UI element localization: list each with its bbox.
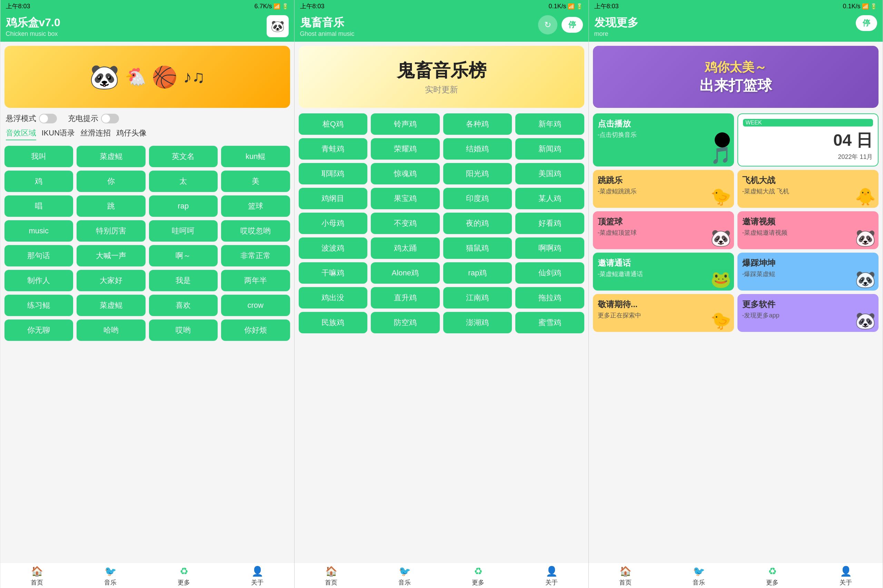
toggle-float-switch[interactable] — [39, 114, 57, 123]
music-button-6[interactable]: 结婚鸡 — [443, 138, 512, 160]
music-button-11[interactable]: 美国鸡 — [515, 163, 584, 184]
nav-item-0[interactable]: 🏠 首页 — [0, 566, 74, 586]
sound-button-31[interactable]: 你好烦 — [221, 320, 290, 341]
music-button-8[interactable]: 耶耶鸡 — [299, 163, 368, 184]
refresh-button[interactable]: ↻ — [538, 15, 557, 34]
sound-button-16[interactable]: 那句话 — [5, 245, 74, 266]
sound-button-17[interactable]: 大喊一声 — [77, 245, 146, 266]
discover-card-2[interactable]: 跳跳乐 -菜虚鲲跳跳乐 🐤 — [593, 170, 734, 208]
music-button-27[interactable]: 仙剑鸡 — [515, 262, 584, 284]
music-button-9[interactable]: 惊魂鸡 — [371, 163, 440, 184]
toggle-float-mode[interactable]: 悬浮模式 — [6, 113, 57, 124]
sound-button-19[interactable]: 非常正常 — [221, 245, 290, 266]
music-button-5[interactable]: 荣耀鸡 — [371, 138, 440, 160]
nav-item-2[interactable]: ♻ 更多 — [736, 566, 809, 586]
sound-button-30[interactable]: 哎哟 — [149, 320, 218, 341]
sound-button-15[interactable]: 哎哎忽哟 — [221, 220, 290, 242]
sound-button-27[interactable]: crow — [221, 295, 290, 316]
nav-item-1[interactable]: 🐦 音乐 — [74, 566, 147, 586]
sound-button-14[interactable]: 哇呵呵 — [149, 220, 218, 242]
nav-item-3[interactable]: 👤 关于 — [515, 566, 588, 586]
sound-button-18[interactable]: 啊～ — [149, 245, 218, 266]
discover-card-6[interactable]: 邀请通话 -菜虚鲲邀请通话 🐸 — [593, 253, 734, 291]
music-button-0[interactable]: 桩Q鸡 — [299, 113, 368, 135]
discover-card-0[interactable]: 点击播放 -点击切换音乐 ♪ 🎵 — [593, 113, 734, 166]
music-button-23[interactable]: 啊啊鸡 — [515, 237, 584, 259]
nav-item-3[interactable]: 👤 关于 — [809, 566, 883, 586]
tab-sound-effects[interactable]: 音效区域 — [6, 128, 36, 140]
discover-card-5[interactable]: 邀请视频 -菜虚鲲邀请视频 🐼 — [737, 211, 878, 249]
tab-chicken-avatar[interactable]: 鸡仔头像 — [116, 128, 147, 140]
music-button-4[interactable]: 青蛙鸡 — [299, 138, 368, 160]
music-button-29[interactable]: 直升鸡 — [371, 287, 440, 309]
music-button-28[interactable]: 鸡出没 — [299, 287, 368, 309]
sound-button-10[interactable]: rap — [149, 195, 218, 217]
sound-button-12[interactable]: music — [5, 220, 74, 242]
music-button-22[interactable]: 猫鼠鸡 — [443, 237, 512, 259]
nav-item-0[interactable]: 🏠 首页 — [295, 566, 368, 586]
stop-button-3[interactable]: 停 — [856, 15, 877, 31]
music-button-35[interactable]: 蜜雪鸡 — [515, 312, 584, 333]
music-button-24[interactable]: 干嘛鸡 — [299, 262, 368, 284]
discover-card-3[interactable]: 飞机大战 -菜虚鲲大战 飞机 🐥 — [737, 170, 878, 208]
sound-button-29[interactable]: 哈哟 — [77, 320, 146, 341]
nav-item-1[interactable]: 🐦 音乐 — [368, 566, 441, 586]
music-button-3[interactable]: 新年鸡 — [515, 113, 584, 135]
sound-button-4[interactable]: 鸡 — [5, 171, 74, 192]
music-button-20[interactable]: 波波鸡 — [299, 237, 368, 259]
sound-button-20[interactable]: 制作人 — [5, 270, 74, 291]
discover-card-8[interactable]: 敬请期待... 更多正在探索中 🐤 — [593, 294, 734, 332]
sound-button-23[interactable]: 两年半 — [221, 270, 290, 291]
sound-button-26[interactable]: 喜欢 — [149, 295, 218, 316]
sound-button-8[interactable]: 唱 — [5, 195, 74, 217]
sound-button-22[interactable]: 我是 — [149, 270, 218, 291]
nav-item-1[interactable]: 🐦 音乐 — [662, 566, 736, 586]
music-button-14[interactable]: 印度鸡 — [443, 188, 512, 209]
sound-button-5[interactable]: 你 — [77, 171, 146, 192]
sound-button-13[interactable]: 特别厉害 — [77, 220, 146, 242]
sound-button-3[interactable]: kun鲲 — [221, 146, 290, 167]
toggle-charge-switch[interactable] — [101, 114, 119, 123]
sound-button-6[interactable]: 太 — [149, 171, 218, 192]
music-button-25[interactable]: Alone鸡 — [371, 262, 440, 284]
sound-button-0[interactable]: 我叫 — [5, 146, 74, 167]
sound-button-9[interactable]: 跳 — [77, 195, 146, 217]
music-button-26[interactable]: rap鸡 — [443, 262, 512, 284]
sound-button-28[interactable]: 你无聊 — [5, 320, 74, 341]
sound-button-7[interactable]: 美 — [221, 171, 290, 192]
music-button-16[interactable]: 小母鸡 — [299, 213, 368, 234]
nav-item-2[interactable]: ♻ 更多 — [441, 566, 515, 586]
sound-button-24[interactable]: 练习鲲 — [5, 295, 74, 316]
music-button-21[interactable]: 鸡太踊 — [371, 237, 440, 259]
sound-button-11[interactable]: 篮球 — [221, 195, 290, 217]
tab-ikun-quotes[interactable]: IKUN语录 — [42, 128, 75, 140]
music-button-33[interactable]: 防空鸡 — [371, 312, 440, 333]
discover-card-4[interactable]: 顶篮球 -菜虚鲲顶篮球 🐼 — [593, 211, 734, 249]
music-button-2[interactable]: 各种鸡 — [443, 113, 512, 135]
discover-card-7[interactable]: 爆踩坤坤 -爆踩菜虚鲲 🐼 — [737, 253, 878, 291]
sound-button-21[interactable]: 大家好 — [77, 270, 146, 291]
music-button-31[interactable]: 拖拉鸡 — [515, 287, 584, 309]
music-button-13[interactable]: 果宝鸡 — [371, 188, 440, 209]
sound-button-25[interactable]: 菜虚鲲 — [77, 295, 146, 316]
music-button-10[interactable]: 阳光鸡 — [443, 163, 512, 184]
tab-smooth-combo[interactable]: 丝滑连招 — [80, 128, 111, 140]
sound-button-2[interactable]: 英文名 — [149, 146, 218, 167]
toggle-charge-reminder[interactable]: 充电提示 — [68, 113, 119, 124]
music-button-7[interactable]: 新闻鸡 — [515, 138, 584, 160]
music-button-17[interactable]: 不变鸡 — [371, 213, 440, 234]
music-button-34[interactable]: 澎湖鸡 — [443, 312, 512, 333]
music-button-19[interactable]: 好看鸡 — [515, 213, 584, 234]
discover-card-1[interactable]: WEEK 04 日 2022年 11月 — [737, 113, 878, 166]
music-button-32[interactable]: 民族鸡 — [299, 312, 368, 333]
discover-card-9[interactable]: 更多软件 -发现更多app 🐼 — [737, 294, 878, 332]
sound-button-1[interactable]: 菜虚鲲 — [77, 146, 146, 167]
music-button-1[interactable]: 铃声鸡 — [371, 113, 440, 135]
nav-item-0[interactable]: 🏠 首页 — [589, 566, 662, 586]
music-button-12[interactable]: 鸡纲目 — [299, 188, 368, 209]
music-button-15[interactable]: 某人鸡 — [515, 188, 584, 209]
stop-button-2[interactable]: 停 — [561, 17, 583, 33]
nav-item-3[interactable]: 👤 关于 — [221, 566, 294, 586]
music-button-18[interactable]: 夜的鸡 — [443, 213, 512, 234]
nav-item-2[interactable]: ♻ 更多 — [147, 566, 221, 586]
